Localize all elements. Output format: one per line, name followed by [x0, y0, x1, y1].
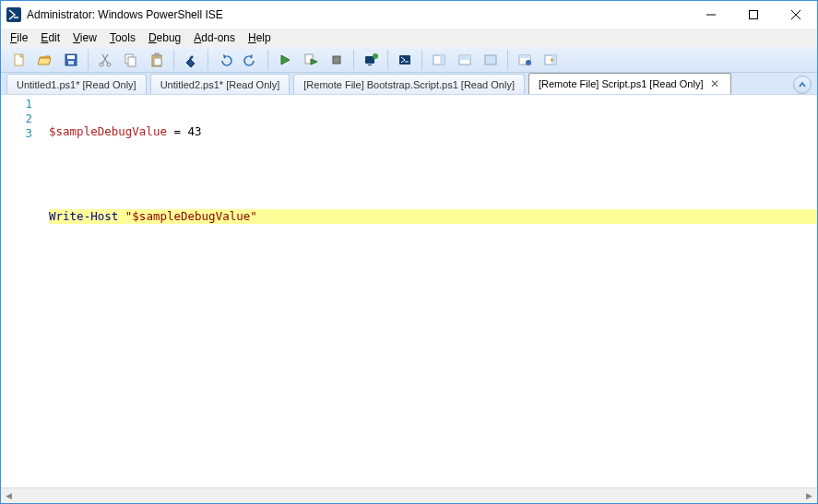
- layout-max-button[interactable]: [478, 49, 504, 71]
- menu-edit[interactable]: Edit: [35, 30, 65, 45]
- maximize-button[interactable]: [732, 1, 775, 29]
- tab-strip: Untitled1.ps1* [Read Only] Untitled2.ps1…: [1, 73, 817, 95]
- app-icon: [6, 7, 21, 22]
- menu-file[interactable]: File: [5, 30, 33, 45]
- code-area[interactable]: $sampleDebugValue = 43 Write-Host "$samp…: [40, 95, 817, 498]
- script-editor[interactable]: 1 2 3 $sampleDebugValue = 43 Write-Host …: [1, 95, 817, 498]
- tab-bootstrap-script[interactable]: [Remote File] Bootstrap.Script.ps1 [Read…: [293, 74, 525, 94]
- svg-rect-4: [67, 55, 75, 59]
- line-number: 2: [1, 111, 32, 126]
- svg-point-26: [526, 60, 531, 65]
- cut-button[interactable]: [92, 49, 118, 71]
- stop-button[interactable]: [324, 49, 350, 71]
- tab-close-icon[interactable]: ✕: [708, 77, 721, 90]
- svg-rect-23: [485, 55, 496, 64]
- string-token: "$sampleDebugValue": [125, 209, 257, 223]
- toolbar-sep-3: [207, 50, 208, 70]
- code-line: $sampleDebugValue = 43: [49, 124, 817, 139]
- layout-right-button[interactable]: [426, 49, 452, 71]
- horizontal-scrollbar[interactable]: ◀ ▶: [1, 487, 817, 503]
- menu-view[interactable]: View: [67, 30, 102, 45]
- svg-rect-1: [750, 11, 758, 19]
- save-button[interactable]: [58, 49, 84, 71]
- line-number: 3: [1, 126, 32, 141]
- clear-output-button[interactable]: [178, 49, 204, 71]
- toolbar-sep-5: [353, 50, 354, 70]
- run-script-button[interactable]: [272, 49, 298, 71]
- svg-rect-16: [368, 64, 372, 65]
- line-number: 1: [1, 97, 32, 111]
- code-line: [49, 167, 817, 182]
- svg-rect-5: [68, 61, 74, 64]
- toolbar-sep-2: [173, 50, 174, 70]
- copy-button[interactable]: [118, 49, 144, 71]
- menu-help[interactable]: Help: [243, 30, 277, 45]
- redo-button[interactable]: [238, 49, 264, 71]
- code-line: Write-Host "$sampleDebugValue": [49, 209, 817, 224]
- tab-label: [Remote File] Script.ps1 [Read Only]: [539, 78, 704, 89]
- tab-label: Untitled2.ps1* [Read Only]: [160, 79, 280, 90]
- svg-rect-22: [459, 55, 470, 60]
- svg-rect-11: [155, 53, 159, 56]
- title-bar: Administrator: Windows PowerShell ISE: [1, 1, 817, 29]
- tab-script[interactable]: [Remote File] Script.ps1 [Read Only] ✕: [528, 73, 732, 94]
- menu-debug[interactable]: Debug: [143, 30, 186, 45]
- paste-button[interactable]: [144, 49, 170, 71]
- line-number-gutter: 1 2 3: [1, 95, 40, 498]
- toolbar-sep-1: [88, 50, 89, 70]
- window-title: Administrator: Windows PowerShell ISE: [27, 8, 223, 21]
- menu-addons[interactable]: Add-ons: [188, 30, 241, 45]
- cmdlet-token: Write-Host: [49, 209, 118, 223]
- toolbar-sep-6: [387, 50, 388, 70]
- close-button[interactable]: [775, 1, 817, 29]
- svg-rect-20: [440, 55, 445, 64]
- toolbar: [1, 47, 817, 73]
- toolbar-sep-8: [507, 50, 508, 70]
- toolbar-sep-4: [267, 50, 268, 70]
- toolbar-sep-7: [421, 50, 422, 70]
- menu-tools[interactable]: Tools: [104, 30, 141, 45]
- svg-point-6: [100, 63, 103, 66]
- scroll-right-icon[interactable]: ▶: [801, 488, 817, 504]
- tab-scroll-up-button[interactable]: [793, 76, 812, 94]
- minimize-button[interactable]: [690, 1, 732, 29]
- start-powershell-button[interactable]: [392, 49, 418, 71]
- svg-rect-9: [128, 57, 136, 66]
- svg-point-17: [373, 53, 378, 59]
- svg-rect-14: [333, 56, 340, 64]
- window: Administrator: Windows PowerShell ISE Fi…: [0, 0, 818, 504]
- svg-point-7: [107, 63, 111, 66]
- new-remote-tab-button[interactable]: [358, 49, 384, 71]
- svg-rect-25: [519, 55, 530, 58]
- tab-untitled1[interactable]: Untitled1.ps1* [Read Only]: [6, 74, 147, 94]
- svg-rect-12: [154, 58, 161, 65]
- tab-untitled2[interactable]: Untitled2.ps1* [Read Only]: [150, 74, 290, 94]
- menu-bar: File Edit View Tools Debug Add-ons Help: [1, 29, 817, 47]
- undo-button[interactable]: [212, 49, 238, 71]
- layout-top-button[interactable]: [452, 49, 478, 71]
- show-command-addon-button[interactable]: [538, 49, 563, 71]
- tab-label: Untitled1.ps1* [Read Only]: [17, 79, 136, 90]
- scroll-left-icon[interactable]: ◀: [1, 488, 17, 504]
- run-selection-button[interactable]: [298, 49, 324, 71]
- open-button[interactable]: [32, 49, 58, 71]
- new-button[interactable]: [6, 49, 32, 71]
- show-command-window-button[interactable]: [512, 49, 538, 71]
- tab-label: [Remote File] Bootstrap.Script.ps1 [Read…: [303, 79, 515, 90]
